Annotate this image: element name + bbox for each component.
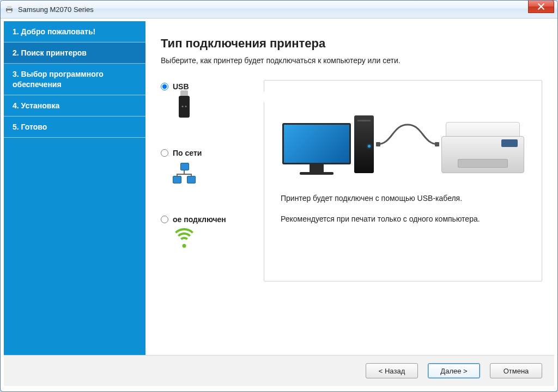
sidebar: 1. Добро пожаловать! 2. Поиск принтеров … [4, 21, 145, 355]
window-title: Samsung M2070 Series [18, 5, 94, 14]
wifi-icon [173, 228, 196, 251]
printer-diagram-icon [441, 119, 524, 173]
option-network[interactable]: По сети [161, 149, 256, 185]
svg-rect-3 [376, 142, 380, 146]
radio-wireless[interactable] [161, 216, 168, 223]
step-welcome[interactable]: 1. Добро пожаловать! [4, 21, 145, 42]
step-select-software[interactable]: 3. Выбор программного обеспечения [4, 64, 145, 95]
printer-icon [5, 5, 14, 14]
button-bar: < Назад Далее > Отмена [4, 355, 554, 386]
back-button[interactable]: < Назад [366, 363, 418, 378]
option-usb[interactable]: USB [161, 82, 256, 118]
next-button[interactable]: Далее > [428, 363, 480, 378]
label-usb[interactable]: USB [173, 82, 189, 91]
radio-network[interactable] [161, 149, 168, 157]
network-icon [173, 162, 196, 185]
description-line-2: Рекомендуется при печати только с одного… [281, 213, 525, 225]
connection-options: USB По сети [161, 80, 256, 251]
radio-usb[interactable] [161, 83, 168, 90]
close-icon [538, 3, 544, 10]
titlebar[interactable]: Samsung M2070 Series [1, 1, 557, 19]
monitor-icon [282, 123, 351, 173]
tower-icon [354, 115, 374, 173]
usb-cable-icon [376, 120, 439, 150]
page-heading: Тип подключения принтера [161, 36, 542, 51]
step-done[interactable]: 5. Готово [4, 117, 145, 138]
installer-window: Samsung M2070 Series 1. Добро пожаловать… [0, 0, 558, 392]
usb-drive-icon [173, 95, 196, 118]
description-line-1: Принтер будет подключен с помощью USB-ка… [281, 193, 525, 205]
option-wireless[interactable]: ое подключен [161, 215, 256, 251]
client-area: 1. Добро пожаловать! 2. Поиск принтеров … [4, 21, 554, 386]
close-button[interactable] [528, 0, 554, 13]
page-subheading: Выберите, как принтер будет подключаться… [161, 56, 542, 65]
svg-rect-4 [435, 142, 439, 146]
label-network[interactable]: По сети [173, 149, 202, 157]
connection-description: Принтер будет подключен с помощью USB-ка… [281, 193, 525, 225]
cancel-button[interactable]: Отмена [490, 363, 542, 378]
step-install[interactable]: 4. Установка [4, 95, 145, 117]
connection-diagram [281, 97, 525, 173]
step-search-printers[interactable]: 2. Поиск принтеров [4, 42, 145, 64]
svg-rect-1 [7, 6, 11, 9]
svg-rect-2 [7, 10, 11, 13]
main-panel: Тип подключения принтера Выберите, как п… [145, 21, 554, 355]
label-wireless[interactable]: ое подключен [173, 215, 226, 224]
